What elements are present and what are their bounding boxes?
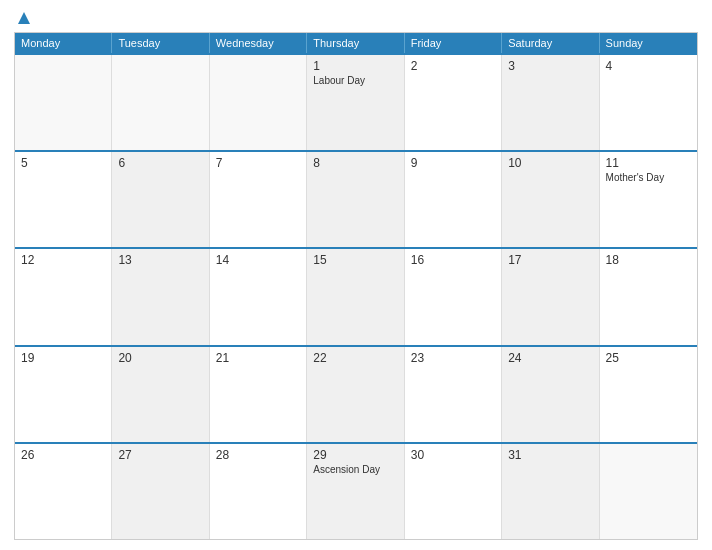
day-number: 2 — [411, 59, 495, 73]
day-cell: 3 — [502, 55, 599, 150]
day-cell: 30 — [405, 444, 502, 539]
day-cell: 15 — [307, 249, 404, 344]
day-cell: 26 — [15, 444, 112, 539]
day-number: 7 — [216, 156, 300, 170]
day-number: 25 — [606, 351, 691, 365]
day-cell: 19 — [15, 347, 112, 442]
day-number: 1 — [313, 59, 397, 73]
day-cell: 23 — [405, 347, 502, 442]
day-header-thursday: Thursday — [307, 33, 404, 53]
day-cell: 2 — [405, 55, 502, 150]
day-number: 30 — [411, 448, 495, 462]
day-cell: 27 — [112, 444, 209, 539]
day-cell: 12 — [15, 249, 112, 344]
page: MondayTuesdayWednesdayThursdayFridaySatu… — [0, 0, 712, 550]
day-number: 8 — [313, 156, 397, 170]
day-number: 27 — [118, 448, 202, 462]
day-number: 22 — [313, 351, 397, 365]
day-header-friday: Friday — [405, 33, 502, 53]
day-number: 16 — [411, 253, 495, 267]
week-row-0: 1Labour Day234 — [15, 53, 697, 150]
day-header-tuesday: Tuesday — [112, 33, 209, 53]
day-cell: 10 — [502, 152, 599, 247]
day-cell: 25 — [600, 347, 697, 442]
day-cell: 7 — [210, 152, 307, 247]
header — [14, 10, 698, 26]
holiday-label: Ascension Day — [313, 464, 397, 476]
weeks-container: 1Labour Day234567891011Mother's Day12131… — [15, 53, 697, 539]
day-number: 17 — [508, 253, 592, 267]
day-cell — [600, 444, 697, 539]
day-cell — [15, 55, 112, 150]
holiday-label: Labour Day — [313, 75, 397, 87]
holiday-label: Mother's Day — [606, 172, 691, 184]
day-cell: 9 — [405, 152, 502, 247]
day-number: 28 — [216, 448, 300, 462]
day-cell — [210, 55, 307, 150]
week-row-2: 12131415161718 — [15, 247, 697, 344]
day-cell: 18 — [600, 249, 697, 344]
day-number: 10 — [508, 156, 592, 170]
day-number: 14 — [216, 253, 300, 267]
day-cell: 31 — [502, 444, 599, 539]
day-number: 6 — [118, 156, 202, 170]
day-number: 18 — [606, 253, 691, 267]
week-row-4: 26272829Ascension Day3031 — [15, 442, 697, 539]
day-number: 12 — [21, 253, 105, 267]
day-number: 9 — [411, 156, 495, 170]
day-number: 3 — [508, 59, 592, 73]
day-number: 11 — [606, 156, 691, 170]
day-cell: 13 — [112, 249, 209, 344]
day-cell: 24 — [502, 347, 599, 442]
day-cell: 28 — [210, 444, 307, 539]
logo-triangle-icon — [16, 10, 32, 26]
day-number: 26 — [21, 448, 105, 462]
day-header-saturday: Saturday — [502, 33, 599, 53]
week-row-1: 567891011Mother's Day — [15, 150, 697, 247]
day-cell: 4 — [600, 55, 697, 150]
day-number: 13 — [118, 253, 202, 267]
day-number: 31 — [508, 448, 592, 462]
day-cell: 20 — [112, 347, 209, 442]
day-number: 20 — [118, 351, 202, 365]
day-header-monday: Monday — [15, 33, 112, 53]
day-headers-row: MondayTuesdayWednesdayThursdayFridaySatu… — [15, 33, 697, 53]
day-number: 4 — [606, 59, 691, 73]
day-cell: 5 — [15, 152, 112, 247]
day-number: 21 — [216, 351, 300, 365]
day-cell: 11Mother's Day — [600, 152, 697, 247]
day-header-sunday: Sunday — [600, 33, 697, 53]
day-cell: 21 — [210, 347, 307, 442]
day-cell: 14 — [210, 249, 307, 344]
day-number: 24 — [508, 351, 592, 365]
calendar: MondayTuesdayWednesdayThursdayFridaySatu… — [14, 32, 698, 540]
day-number: 19 — [21, 351, 105, 365]
day-number: 23 — [411, 351, 495, 365]
day-number: 5 — [21, 156, 105, 170]
day-cell: 17 — [502, 249, 599, 344]
day-number: 15 — [313, 253, 397, 267]
logo — [14, 10, 32, 26]
day-cell — [112, 55, 209, 150]
day-cell: 1Labour Day — [307, 55, 404, 150]
svg-marker-0 — [18, 12, 30, 24]
day-header-wednesday: Wednesday — [210, 33, 307, 53]
day-cell: 8 — [307, 152, 404, 247]
day-cell: 22 — [307, 347, 404, 442]
day-cell: 6 — [112, 152, 209, 247]
day-cell: 29Ascension Day — [307, 444, 404, 539]
day-number: 29 — [313, 448, 397, 462]
week-row-3: 19202122232425 — [15, 345, 697, 442]
day-cell: 16 — [405, 249, 502, 344]
